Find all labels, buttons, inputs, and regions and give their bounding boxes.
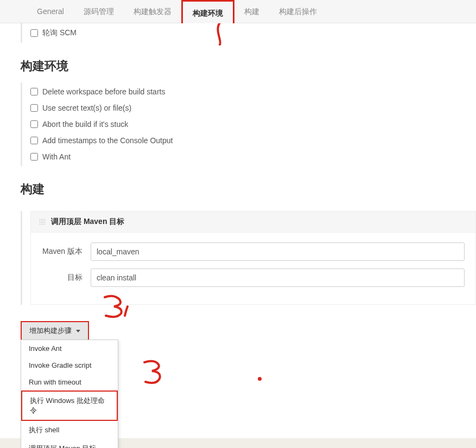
annotation-dot bbox=[258, 377, 262, 381]
tab-triggers[interactable]: 构建触发器 bbox=[124, 0, 181, 23]
opt-delete-ws: Delete workspace before build starts bbox=[22, 84, 476, 100]
with-ant-label: With Ant bbox=[42, 152, 71, 161]
tab-scm[interactable]: 源码管理 bbox=[74, 0, 124, 23]
menu-invoke-gradle[interactable]: Invoke Gradle script bbox=[21, 357, 118, 374]
add-build-step-button[interactable]: 增加构建步骤 bbox=[21, 321, 89, 341]
build-title: 构建 bbox=[21, 170, 476, 206]
menu-exec-shell[interactable]: 执行 shell bbox=[21, 421, 118, 439]
maven-build-step: 调用顶层 Maven 目标 Maven 版本 目标 bbox=[30, 211, 476, 305]
annotation-3 bbox=[141, 358, 168, 389]
opt-timestamps: Add timestamps to the Console Output bbox=[22, 132, 476, 149]
build-step-menu: Invoke Ant Invoke Gradle script Run with… bbox=[21, 340, 118, 448]
tab-general[interactable]: General bbox=[27, 0, 74, 23]
secret-text-checkbox[interactable] bbox=[30, 104, 38, 112]
delete-ws-label: Delete workspace before build starts bbox=[42, 87, 165, 96]
maven-goals-input[interactable] bbox=[91, 268, 465, 287]
opt-with-ant: With Ant bbox=[22, 149, 476, 165]
maven-version-select[interactable] bbox=[91, 242, 465, 261]
abort-stuck-checkbox[interactable] bbox=[30, 120, 38, 128]
maven-version-label: Maven 版本 bbox=[42, 247, 91, 257]
tab-post-build[interactable]: 构建后操作 bbox=[269, 0, 327, 23]
menu-windows-batch[interactable]: 执行 Windows 批处理命令 bbox=[21, 391, 118, 421]
opt-abort-stuck: Abort the build if it's stuck bbox=[22, 116, 476, 132]
add-build-step-label: 增加构建步骤 bbox=[29, 326, 72, 336]
poll-scm-checkbox[interactable] bbox=[30, 29, 38, 37]
with-ant-checkbox[interactable] bbox=[30, 153, 38, 161]
timestamps-label: Add timestamps to the Console Output bbox=[42, 136, 173, 145]
delete-ws-checkbox[interactable] bbox=[30, 88, 38, 95]
timestamps-checkbox[interactable] bbox=[30, 137, 38, 144]
build-env-title: 构建环境 bbox=[21, 47, 476, 82]
secret-text-label: Use secret text(s) or file(s) bbox=[42, 104, 131, 112]
maven-panel-header[interactable]: 调用顶层 Maven 目标 bbox=[31, 212, 475, 233]
tab-build[interactable]: 构建 bbox=[234, 0, 269, 23]
menu-invoke-ant[interactable]: Invoke Ant bbox=[21, 340, 118, 357]
drag-handle-icon[interactable] bbox=[39, 219, 46, 225]
maven-goals-label: 目标 bbox=[42, 273, 91, 283]
config-tabs: General 源码管理 构建触发器 构建环境 构建 构建后操作 bbox=[0, 0, 476, 23]
poll-scm-label: 轮询 SCM bbox=[42, 28, 77, 38]
tab-build-env[interactable]: 构建环境 bbox=[181, 0, 234, 23]
caret-down-icon bbox=[76, 330, 80, 332]
menu-run-timeout[interactable]: Run with timeout bbox=[21, 374, 118, 391]
poll-scm-row: 轮询 SCM bbox=[22, 24, 476, 42]
menu-maven-goals[interactable]: 调用顶层 Maven 目标 bbox=[21, 439, 118, 448]
maven-panel-title: 调用顶层 Maven 目标 bbox=[51, 217, 124, 227]
opt-secret-text: Use secret text(s) or file(s) bbox=[22, 100, 476, 116]
abort-stuck-label: Abort the build if it's stuck bbox=[42, 120, 128, 129]
